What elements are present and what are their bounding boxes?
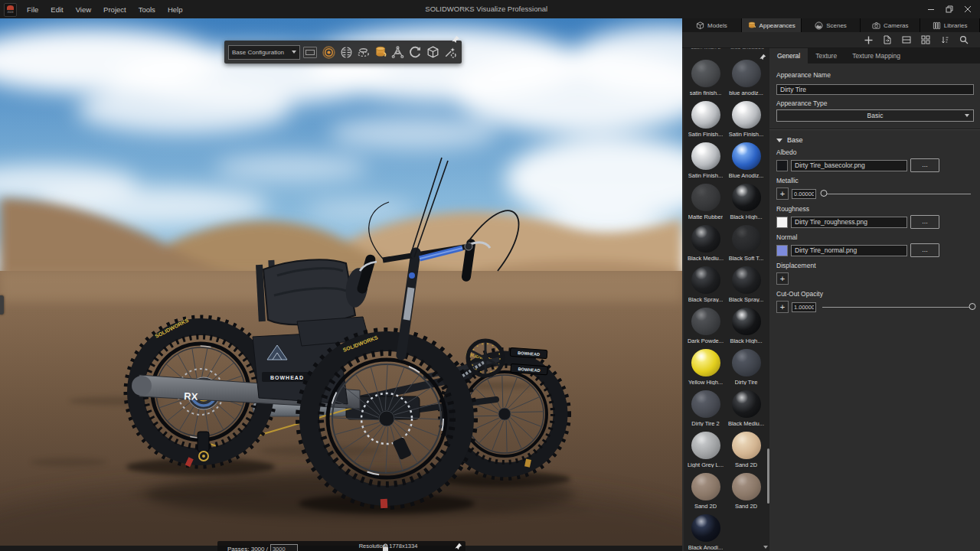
metallic-slider[interactable] xyxy=(822,187,974,200)
render-target-icon[interactable] xyxy=(321,43,337,61)
magic-wand-icon[interactable] xyxy=(442,43,458,61)
chevron-down-icon xyxy=(965,114,969,117)
tab-models[interactable]: Models xyxy=(682,18,742,32)
keyboard-shortcuts-icon[interactable] xyxy=(303,47,317,58)
appearance-thumb-satin-finish[interactable]: Satin Finish... xyxy=(685,137,726,178)
toolbar-pin-icon[interactable] xyxy=(452,35,460,44)
material-sphere xyxy=(691,349,720,377)
tab-texture-mapping[interactable]: Texture Mapping xyxy=(844,48,908,64)
material-label: Dirty Tire 2 xyxy=(691,420,719,426)
roughness-swatch[interactable] xyxy=(776,217,788,228)
albedo-file-input[interactable] xyxy=(791,160,907,171)
strip-pin-icon[interactable] xyxy=(760,50,766,64)
albedo-browse-button[interactable]: ... xyxy=(910,158,939,172)
appearance-thumb-matte-rubber[interactable]: Matte Rubber xyxy=(685,178,726,220)
base-section-header[interactable]: Base xyxy=(776,136,974,144)
appearance-thumb-black-mediu[interactable]: Black Mediu... xyxy=(685,220,726,261)
minimize-button[interactable] xyxy=(922,0,940,18)
cube-icon[interactable] xyxy=(425,43,441,61)
configuration-dropdown[interactable]: Base Configuration xyxy=(228,45,300,60)
menu-file[interactable]: File xyxy=(21,5,44,14)
appearance-thumb-satin-finish[interactable]: Satin Finish... xyxy=(726,96,766,137)
cutout-slider-handle[interactable] xyxy=(969,303,976,310)
appearance-thumb-light-grey-l[interactable]: Light Grey L... xyxy=(685,426,726,468)
cutout-add-button[interactable]: + xyxy=(776,301,789,313)
menu-edit[interactable]: Edit xyxy=(44,5,69,14)
material-label: Dark Powde... xyxy=(688,337,724,344)
appearance-thumbnails: satin finish...blue anodiz...Satin Finis… xyxy=(684,54,769,550)
close-button[interactable] xyxy=(959,0,977,18)
normal-browse-button[interactable]: ... xyxy=(910,243,939,257)
add-icon[interactable] xyxy=(863,34,874,45)
passes-input[interactable] xyxy=(270,544,298,551)
appearance-thumb-blue-anodiz[interactable]: Blue Anodiz... xyxy=(726,137,766,178)
appearance-thumb-yellow-high[interactable]: Yellow High... xyxy=(685,344,726,385)
appearance-thumb-dirty-tire[interactable]: Dirty Tire xyxy=(726,344,766,385)
material-label: Black Soft T... xyxy=(729,255,764,261)
normal-file-input[interactable] xyxy=(791,245,907,256)
tab-texture[interactable]: Texture xyxy=(808,48,844,64)
appearance-thumb-satin-finish[interactable]: Satin Finish... xyxy=(685,96,726,137)
tab-libraries[interactable]: Libraries xyxy=(920,18,980,32)
menu-project[interactable]: Project xyxy=(97,5,132,14)
appearance-cylinder-icon[interactable] xyxy=(373,43,389,61)
appearance-thumb-sand-2d[interactable]: Sand 2D xyxy=(726,426,766,468)
appearance-thumb-black-spray[interactable]: Black Spray... xyxy=(726,261,766,302)
metallic-value-input[interactable] xyxy=(792,189,816,199)
roughness-browse-button[interactable]: ... xyxy=(910,215,939,229)
tab-cameras[interactable]: Cameras xyxy=(861,18,920,32)
metallic-add-button[interactable]: + xyxy=(776,187,789,200)
material-label: Black Mediu... xyxy=(688,255,724,261)
material-sphere xyxy=(732,308,761,335)
sort-icon[interactable] xyxy=(939,34,950,45)
material-label: Light Grey L... xyxy=(688,461,724,468)
appearance-thumb-sand-2d[interactable]: Sand 2D xyxy=(685,468,726,509)
passes-status: Passes: 3000 / Complete xyxy=(227,544,298,551)
appearance-thumb-sand-2d[interactable]: Sand 2D xyxy=(726,468,766,509)
tab-general[interactable]: General xyxy=(769,48,808,64)
tab-scenes[interactable]: Scenes xyxy=(802,18,861,32)
appearance-thumb-dirty-tire-2[interactable]: Dirty Tire 2 xyxy=(685,385,726,426)
appearance-thumb-black-soft-t[interactable]: Black Soft T... xyxy=(726,220,766,261)
tab-appearances[interactable]: Appearances xyxy=(742,18,802,32)
menu-help[interactable]: Help xyxy=(162,5,189,14)
turntable-icon[interactable] xyxy=(355,43,371,61)
appearance-thumb-black-high[interactable]: Black High... xyxy=(726,178,766,220)
appearance-thumb-black-high[interactable]: Black High... xyxy=(726,302,766,344)
appearance-thumb-black-spray[interactable]: Black Spray... xyxy=(685,261,726,302)
menu-view[interactable]: View xyxy=(70,5,97,14)
grid-view-icon[interactable] xyxy=(920,34,931,45)
split-view-icon[interactable] xyxy=(901,34,912,45)
normal-label: Normal xyxy=(776,233,974,241)
tripod-environment-icon[interactable] xyxy=(390,43,407,61)
metallic-label: Metallic xyxy=(776,177,974,184)
metallic-slider-handle[interactable] xyxy=(821,190,828,197)
normal-swatch[interactable] xyxy=(776,245,788,256)
cutout-value-input[interactable] xyxy=(792,302,816,312)
albedo-row: ... xyxy=(776,158,974,172)
rotate-c-icon[interactable] xyxy=(407,43,423,61)
roughness-file-input[interactable] xyxy=(791,217,907,228)
appearance-thumb-satin-finish[interactable]: satin finish... xyxy=(685,54,726,96)
app-icon[interactable]: 2024 xyxy=(4,3,17,17)
denoiser-icon[interactable] xyxy=(338,43,354,61)
material-label: Black Spray... xyxy=(688,296,724,302)
statusbar-pin-icon[interactable] xyxy=(455,543,462,550)
cutout-opacity-slider[interactable] xyxy=(822,301,974,313)
viewport-toolbar: Base Configuration xyxy=(224,41,462,64)
import-icon[interactable] xyxy=(882,34,893,45)
appearance-type-dropdown[interactable]: Basic xyxy=(776,109,974,122)
appearance-name-input[interactable] xyxy=(776,84,974,95)
albedo-swatch[interactable] xyxy=(776,160,788,171)
chevron-down-icon xyxy=(292,51,296,54)
render-viewport[interactable]: SOLIDWORKS BOWHEAD xyxy=(0,18,682,551)
appearance-thumb-black-anodi[interactable]: Black Anodi... xyxy=(685,509,726,550)
appearance-thumb-dark-powde[interactable]: Dark Powde... xyxy=(685,302,726,344)
appearance-thumb-black-mediu[interactable]: Black Mediu... xyxy=(726,385,766,426)
displacement-add-button[interactable]: + xyxy=(776,272,789,285)
search-icon[interactable] xyxy=(959,34,969,45)
restore-button[interactable] xyxy=(940,0,959,18)
scroll-down-arrow[interactable] xyxy=(763,546,768,549)
menu-tools[interactable]: Tools xyxy=(132,5,162,14)
left-panel-handle[interactable] xyxy=(0,295,4,315)
